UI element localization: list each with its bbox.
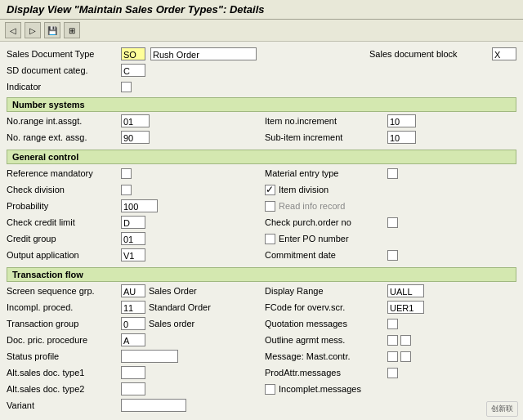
credit-group-field[interactable]: 01 <box>121 232 145 245</box>
read-info-record-label: Read info record <box>279 201 345 211</box>
other-button[interactable]: ⊞ <box>64 22 80 38</box>
sales-doc-type-field[interactable]: SO <box>121 47 145 60</box>
doc-pric-procedure-field[interactable]: A <box>121 333 145 346</box>
alt-sales-doc-type1-field[interactable] <box>121 366 145 379</box>
general-control-header: General control <box>7 150 516 164</box>
outline-agrmt-mess-label: Outline agrmt mess. <box>265 335 387 345</box>
fcode-overv-scr-field[interactable]: UER1 <box>387 301 424 314</box>
reference-mandatory-label: Reference mandatory <box>7 168 121 178</box>
material-entry-type-label: Material entry type <box>265 168 387 178</box>
message-mast-contr-checkbox1[interactable] <box>387 351 398 362</box>
item-no-increment-field[interactable]: 10 <box>387 114 416 127</box>
sales-doc-type-name-field: Rush Order <box>150 47 257 60</box>
incomplet-messages-label: Incomplet.messages <box>279 384 361 394</box>
indicator-checkbox[interactable] <box>121 82 132 92</box>
toolbar: ◁ ▷ 💾 ⊞ <box>0 20 523 42</box>
alt-sales-doc-type2-label: Alt.sales doc. type2 <box>7 384 121 394</box>
display-range-field[interactable]: UALL <box>387 284 424 297</box>
screen-seq-grp-label: Screen sequence grp. <box>7 286 121 296</box>
item-division-label: Item division <box>279 185 329 194</box>
transaction-group-field[interactable]: 0 <box>121 317 145 330</box>
message-mast-contr-label: Message: Mast.contr. <box>265 351 387 361</box>
item-division-checkbox[interactable] <box>265 185 275 195</box>
commitment-date-checkbox[interactable] <box>387 250 398 261</box>
read-info-record-checkbox[interactable] <box>265 201 275 212</box>
quotation-messages-label: Quotation messages <box>265 319 387 328</box>
forward-button[interactable]: ▷ <box>25 22 41 38</box>
check-purch-order-checkbox[interactable] <box>387 217 398 228</box>
indicator-label: Indicator <box>7 82 121 92</box>
reference-mandatory-checkbox[interactable] <box>121 168 132 179</box>
output-application-label: Output application <box>7 250 121 260</box>
prodattr-messages-checkbox[interactable] <box>387 368 398 378</box>
check-purch-order-label: Check purch.order no <box>265 217 387 227</box>
sub-item-increment-field[interactable]: 10 <box>387 131 416 144</box>
enter-po-number-label: Enter PO number <box>279 234 349 244</box>
transaction-flow-header: Transaction flow <box>7 267 516 282</box>
probability-label: Probability <box>7 201 121 211</box>
outline-agrmt-mess-checkbox2[interactable] <box>400 335 411 346</box>
no-range-int-field[interactable]: 01 <box>121 114 150 127</box>
outline-agrmt-mess-checkbox1[interactable] <box>387 335 398 346</box>
sd-doc-categ-label: SD document categ. <box>7 65 121 75</box>
sales-doc-type-label: Sales Document Type <box>7 49 121 59</box>
variant-field[interactable] <box>121 399 186 412</box>
screen-seq-grp-name: Sales Order <box>149 286 197 296</box>
number-systems-header: Number systems <box>7 97 516 112</box>
message-mast-contr-checkbox2[interactable] <box>400 351 411 362</box>
sub-item-increment-label: Sub-item increment <box>265 132 387 142</box>
title-bar: Display View "Maintain Sales Order Types… <box>0 0 523 20</box>
output-application-field[interactable]: V1 <box>121 248 145 261</box>
material-entry-type-checkbox[interactable] <box>387 168 398 179</box>
check-division-checkbox[interactable] <box>121 185 132 195</box>
enter-po-number-checkbox[interactable] <box>265 234 275 244</box>
no-range-ext-field[interactable]: 90 <box>121 131 150 144</box>
transaction-group-name: Sales order <box>149 319 194 328</box>
incomplet-messages-checkbox[interactable] <box>265 384 275 395</box>
incompl-proced-label: Incompl. proced. <box>7 302 121 312</box>
item-no-increment-label: Item no.increment <box>265 116 387 126</box>
alt-sales-doc-type1-label: Alt.sales doc. type1 <box>7 368 121 378</box>
screen-seq-grp-field[interactable]: AU <box>121 284 145 297</box>
check-credit-limit-field[interactable]: D <box>121 216 145 229</box>
alt-sales-doc-type2-field[interactable] <box>121 382 145 395</box>
transaction-group-label: Transaction group <box>7 319 121 328</box>
incompl-proced-name: Standard Order <box>149 302 211 312</box>
check-division-label: Check division <box>7 185 121 194</box>
sd-doc-categ-field[interactable]: C <box>121 64 145 77</box>
save-button[interactable]: 💾 <box>44 22 60 38</box>
status-profile-label: Status profile <box>7 351 121 361</box>
variant-label: Variant <box>7 400 121 410</box>
no-range-ext-label: No. range ext. assg. <box>7 132 121 142</box>
doc-pric-procedure-label: Doc. pric. procedure <box>7 335 121 345</box>
fcode-overv-scr-label: FCode for overv.scr. <box>265 302 387 312</box>
sales-doc-block-field[interactable]: X <box>492 47 516 60</box>
back-button[interactable]: ◁ <box>5 22 21 38</box>
commitment-date-label: Commitment date <box>265 250 387 260</box>
incompl-proced-field[interactable]: 11 <box>121 301 145 314</box>
status-profile-field[interactable] <box>121 350 178 363</box>
sales-doc-block-label: Sales document block <box>369 49 492 59</box>
no-range-int-label: No.range int.assgt. <box>7 116 121 126</box>
watermark: 创新联 <box>486 401 518 417</box>
prodattr-messages-label: ProdAttr.messages <box>265 368 387 378</box>
quotation-messages-checkbox[interactable] <box>387 319 398 329</box>
credit-group-label: Credit group <box>7 234 121 244</box>
probability-field[interactable]: 100 <box>121 199 158 212</box>
display-range-label: Display Range <box>265 286 387 296</box>
check-credit-limit-label: Check credit limit <box>7 217 121 227</box>
